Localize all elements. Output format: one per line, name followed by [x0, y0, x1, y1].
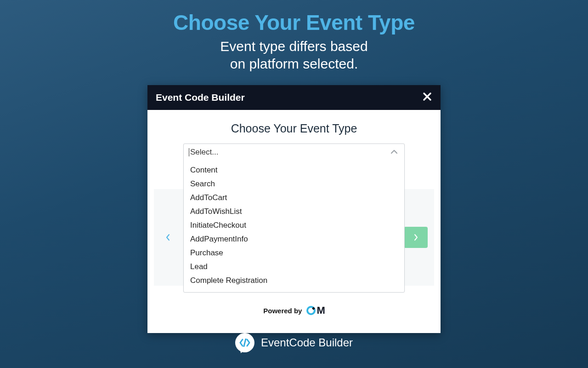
select-option[interactable]: InitiateCheckout — [184, 218, 404, 232]
select-option[interactable]: AddToCart — [184, 191, 404, 205]
select-option[interactable]: Content — [184, 163, 404, 177]
chevron-up-icon — [390, 148, 398, 156]
step-title: Choose Your Event Type — [154, 122, 434, 135]
footer-brand: EventCode Builder — [235, 333, 353, 352]
select-placeholder: Select... — [190, 148, 218, 157]
hero-title: Choose Your Event Type — [0, 10, 588, 35]
om-logo-icon: M — [306, 305, 324, 316]
hero-subtitle: Event type differs based on platform sel… — [0, 38, 588, 72]
close-icon[interactable] — [422, 92, 432, 104]
modal-title: Event Code Builder — [156, 92, 245, 103]
footer-brand-text: EventCode Builder — [261, 336, 353, 349]
brand-badge-icon — [235, 333, 254, 352]
hero: Choose Your Event Type Event type differ… — [0, 0, 588, 72]
select-option[interactable]: AddToWishList — [184, 205, 404, 218]
select-options-list: Content Search AddToCart AddToWishList I… — [184, 161, 404, 292]
select-head[interactable]: Select... — [184, 144, 404, 161]
modal-body: Choose Your Event Type Select... Content… — [147, 110, 441, 333]
select-option[interactable]: Complete Registration — [184, 274, 404, 288]
powered-by-label: Powered by — [263, 307, 302, 315]
event-code-builder-modal: Event Code Builder Choose Your Event Typ… — [147, 85, 441, 333]
hero-subtitle-line1: Event type differs based — [220, 39, 368, 54]
select-option[interactable]: Search — [184, 177, 404, 191]
modal-header: Event Code Builder — [147, 85, 441, 110]
select-option[interactable]: AddPaymentInfo — [184, 232, 404, 246]
hero-subtitle-line2: on platform selected. — [230, 56, 358, 71]
select-option[interactable]: Purchase — [184, 246, 404, 260]
powered-by: Powered by M — [154, 293, 434, 325]
event-type-select[interactable]: Select... Content Search AddToCart AddTo… — [183, 144, 405, 293]
select-option[interactable]: Lead — [184, 260, 404, 274]
